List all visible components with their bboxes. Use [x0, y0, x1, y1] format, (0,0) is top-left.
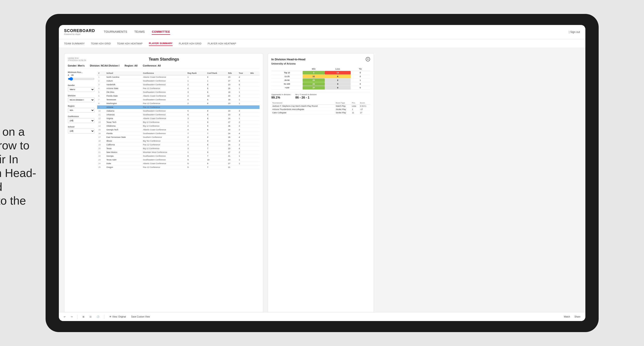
th-rds: Rds	[227, 71, 238, 75]
sign-out-button[interactable]: | Sign out	[569, 30, 580, 34]
opponents-pct-item: Opponents in division: 99.1%	[272, 93, 291, 99]
table-row[interactable]: 25OregonPac-12 Conference5721	[97, 166, 260, 169]
watch-button[interactable]: Watch	[562, 315, 572, 319]
toolbar-sep-2	[104, 315, 104, 319]
tournament-row: Cabo CollegiateStroke Play1117	[272, 111, 370, 114]
subnav-player-h2h-grid[interactable]: PLAYER H2H GRID	[179, 41, 202, 46]
subnav-team-summary[interactable]: TEAM SUMMARY	[64, 41, 85, 46]
content-panel: Update time: 27/03/2024 16:56:26 Team St…	[59, 48, 585, 321]
table-row[interactable]: 7TennesseeSoutheastern Conference46181	[97, 98, 260, 102]
table-row[interactable]: 18IllinoisBig Ten Conference19233	[97, 139, 260, 143]
region-value: All	[134, 64, 138, 67]
table-row[interactable]: 10AlabamaSoutheastern Conference58233	[97, 109, 260, 113]
table-row[interactable]: 9ArizonaPac-12 Conference	[97, 105, 260, 109]
toolbar-sep-1	[78, 315, 78, 319]
division-select[interactable]: NCAA Division I	[68, 97, 94, 102]
save-custom-button[interactable]: Save Custom View	[130, 315, 151, 319]
region-filter-label: Region	[68, 105, 94, 107]
region-select[interactable]: N/A	[68, 108, 94, 113]
filter-row: Gender: Men's Division: NCAA Division I …	[68, 64, 260, 69]
table-row[interactable]: 14OklahomaBig 12 Conference29262	[97, 124, 260, 128]
paste-button[interactable]: ⊡	[88, 315, 93, 319]
instruction-text: 5. Click on a team's row to see their In…	[0, 125, 37, 221]
panel-header: Update time: 27/03/2024 16:56:26 Team St…	[68, 57, 260, 62]
h2h-th-loss: Loss	[325, 67, 351, 71]
min-rounds-slider[interactable]	[68, 77, 94, 81]
table-row[interactable]: 16FloridaSoutheastern Conference77244	[97, 132, 260, 136]
t-th-score: Score	[359, 101, 370, 105]
undo-button[interactable]: ↩	[62, 315, 67, 319]
subnav-player-h2h-heatmap[interactable]: PLAYER H2H HEATMAP	[208, 41, 236, 46]
tablet-screen: SCOREBOARD Powered by clippd TOURNAMENTS…	[59, 25, 585, 321]
sub-nav: TEAM SUMMARY TEAM H2H GRID TEAM H2H HEAT…	[59, 39, 585, 48]
subnav-team-h2h-heatmap[interactable]: TEAM H2H HEATMAP	[117, 41, 143, 46]
h2h-row: Top 103130	[272, 71, 370, 75]
panel-title: Team Standings	[86, 57, 242, 62]
nav-tournaments[interactable]: TOURNAMENTS	[104, 29, 128, 35]
school-select[interactable]: (All)	[68, 129, 94, 134]
filters-col: Minimum Rou... 4 - 20 Gender	[68, 71, 94, 169]
table-row[interactable]: 12VirginiaAtlantic Coast Conference38241	[97, 117, 260, 120]
left-panel: Update time: 27/03/2024 16:56:26 Team St…	[64, 53, 263, 316]
h2h-close-button[interactable]: ✕	[366, 57, 370, 61]
t-th-pos: Pos	[351, 101, 359, 105]
logo-title: SCOREBOARD	[64, 28, 95, 33]
subnav-team-h2h-grid[interactable]: TEAM H2H GRID	[91, 41, 111, 46]
division-value: NCAA Division I	[101, 64, 119, 67]
min-rounds-value: 4	[68, 74, 69, 76]
table-row[interactable]: 24DukeAtlantic Coast Conference59271	[97, 162, 260, 166]
table-row[interactable]: 4Arizona StatePac-12 Conference46261	[97, 87, 260, 90]
conference-select[interactable]: (All)	[68, 118, 94, 123]
toolbar-right: Watch Share	[562, 315, 582, 319]
filter-division-group: Division NCAA Division I	[68, 95, 94, 102]
table-row[interactable]: 6Florida StateAtlantic Coast Conference2…	[97, 94, 260, 98]
table-row[interactable]: 3VanderbiltSoutheastern Conference28235	[97, 83, 260, 87]
filter-school-group: School (All)	[68, 126, 94, 134]
table-row[interactable]: 2AuburnSoutheastern Conference11276	[97, 79, 260, 83]
th-school: School	[105, 71, 142, 75]
gender-filter-label: Gender	[68, 84, 94, 86]
standings-table: # School Conference Reg Rank Conf Rank R…	[97, 71, 260, 169]
share-button[interactable]: Share	[573, 315, 582, 319]
subnav-player-summary[interactable]: PLAYER SUMMARY	[149, 41, 172, 46]
gender-value: Men's	[78, 64, 85, 67]
redo-button[interactable]: ↪	[70, 315, 74, 319]
h2h-th-range	[272, 67, 303, 71]
view-original-button[interactable]: 👁 View: Original	[108, 315, 128, 319]
table-row[interactable]: 5Ole MissSoutheastern Conference36181	[97, 90, 260, 94]
table-row[interactable]: 23Texas A&MSoutheastern Conference910231	[97, 158, 260, 162]
t-th-tournament: Tournament	[272, 101, 335, 105]
app-header: SCOREBOARD Powered by clippd TOURNAMENTS…	[59, 25, 585, 39]
h2h-title: In Division Head-to-Head	[272, 58, 306, 61]
h2h-th-tie: Tie	[351, 67, 370, 71]
filter-region: Region: All	[124, 64, 138, 67]
th-conference: Conference	[142, 71, 186, 75]
nav-committee[interactable]: COMMITTEE	[152, 29, 170, 35]
h2h-panel: In Division Head-to-Head ✕ University of…	[268, 53, 374, 316]
copy-button[interactable]: ⊞	[81, 315, 86, 319]
main-content: Update time: 27/03/2024 16:56:26 Team St…	[59, 48, 585, 321]
table-row[interactable]: 17East Tennessee StateSouthern Conferenc…	[97, 136, 260, 139]
nav-teams[interactable]: TEAMS	[134, 29, 145, 35]
table-row[interactable]: 15Georgia TechAtlantic Coast Conference4…	[97, 128, 260, 132]
gender-select[interactable]: Men's	[68, 87, 94, 92]
table-row[interactable]: 21New MexicoMountain West Conference1927…	[97, 151, 260, 154]
clock-button[interactable]: 🕐	[95, 315, 101, 319]
h2h-row: 11-251180	[272, 75, 370, 78]
h2h-table: Win Loss Tie Top 10313011-25118026-50252…	[272, 67, 370, 90]
th-win: Win	[249, 71, 259, 75]
table-row[interactable]: 19CaliforniaPac-12 Conference48242	[97, 143, 260, 147]
wlt-item: W-L-T record in-division: 86 - 26 - 1	[295, 93, 317, 99]
view-icon: 👁	[109, 316, 112, 318]
table-row[interactable]: 20TexasBig 12 Conference37204	[97, 147, 260, 151]
table-row[interactable]: 1North CarolinaAtlantic Coast Conference…	[97, 75, 260, 79]
tournament-table: Tournament Event Type Pos Score Jackson …	[272, 101, 370, 114]
table-row[interactable]: 13Texas TechBig 12 Conference19272	[97, 120, 260, 124]
table-row[interactable]: 8WashingtonPac-12 Conference28231	[97, 102, 260, 105]
wlt-label: W-L-T record in-division:	[295, 93, 317, 96]
table-row[interactable]: 11ArkansasSoutheastern Conference68233	[97, 113, 260, 117]
main-nav: TOURNAMENTS TEAMS COMMITTEE	[104, 29, 569, 35]
logo-area: SCOREBOARD Powered by clippd	[64, 28, 95, 35]
h2h-header: In Division Head-to-Head ✕	[272, 57, 370, 61]
table-row[interactable]: 22GeorgiaSoutheastern Conference87211	[97, 154, 260, 158]
